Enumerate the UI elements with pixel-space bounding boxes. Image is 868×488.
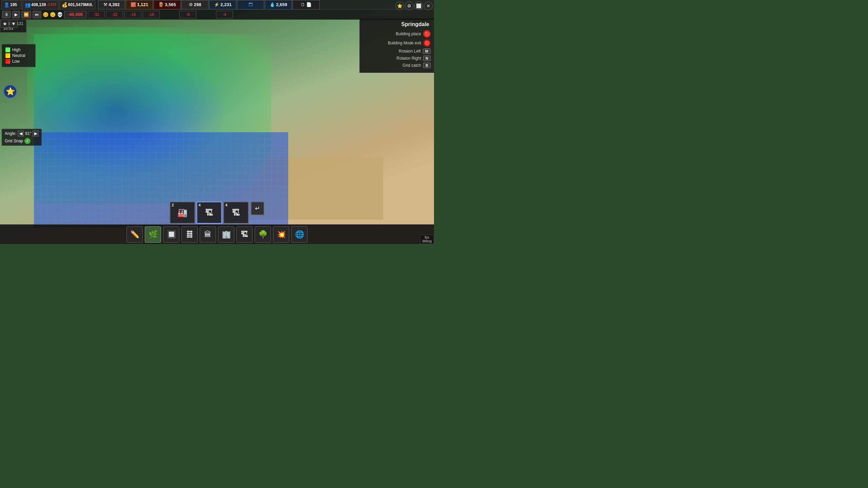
- item1-icon: 🏭: [177, 208, 188, 218]
- money-delta-display: -40,000: [64, 11, 86, 18]
- heatmap-green: [27, 27, 231, 146]
- resource3-block: 🪵 3,565: [154, 0, 181, 9]
- angle-label: Angle:: [5, 131, 16, 136]
- filter-button[interactable]: ▼: [9, 20, 18, 28]
- tool-zone[interactable]: 🔲: [163, 226, 179, 243]
- return-button[interactable]: ↵: [251, 202, 264, 215]
- tool-construct[interactable]: 🏗: [236, 226, 253, 243]
- resource3-value: 3,565: [165, 2, 176, 7]
- delta8: -4: [216, 11, 233, 18]
- carousel-item-1[interactable]: 2 🏭: [170, 202, 195, 224]
- item1-count: 2: [172, 203, 174, 207]
- item2-icon: 🏗: [205, 208, 213, 218]
- screen-control[interactable]: ⬜: [414, 1, 423, 10]
- resource1-icon: ⚒: [103, 2, 107, 7]
- top-hud: 👤 195 👥 408,139 -2,633 💰 601,5479Mill. ⚒…: [0, 0, 434, 9]
- resource4-value: 298: [194, 2, 201, 7]
- money-value: 601,5479Mill.: [68, 2, 93, 7]
- bottom-toolbar: ✏️ 🌿 🔲 🛤 🏛 🏢 🏗 🌳 💥 🌐: [0, 224, 434, 244]
- high-color: [5, 47, 10, 52]
- resource2-block: 🧱 1,121: [126, 0, 153, 9]
- resource2-value: 1,121: [137, 2, 148, 7]
- low-color: [5, 59, 10, 64]
- neutral-color: [5, 53, 10, 58]
- building-place-label: Building place: [396, 32, 421, 36]
- top-right-controls: ⭐ ⚙ ⬜ ✕: [394, 0, 434, 12]
- tool-nature[interactable]: 🌿: [145, 226, 161, 243]
- play-button[interactable]: ▶: [12, 11, 20, 18]
- rotation-left-row: Rotaion Left M: [363, 48, 431, 54]
- tool-landmark[interactable]: 🏛: [200, 226, 216, 243]
- tool-tree[interactable]: 🌳: [255, 226, 271, 243]
- key-b: B: [423, 63, 431, 68]
- tool-pencil[interactable]: ✏️: [126, 226, 143, 243]
- pause-button[interactable]: ⏸: [2, 11, 11, 18]
- angle-right-button[interactable]: ▶: [33, 130, 39, 137]
- resource6-icon: 💧: [270, 2, 275, 7]
- box3-icon: 📄: [306, 2, 312, 7]
- gridsnap-check[interactable]: ✓: [24, 138, 31, 144]
- toolbar: ★ ▼: [0, 20, 18, 28]
- workers-delta: -2,633: [46, 3, 56, 6]
- resource-icon-box: 🗋 📄: [293, 0, 320, 9]
- tool-disaster[interactable]: 💥: [273, 226, 289, 243]
- star-button[interactable]: ★: [1, 20, 9, 28]
- key-m: M: [423, 48, 431, 54]
- building-mode-exit-label: Building Mode exit: [388, 41, 421, 45]
- resource5-block: ⚡ 2,231: [209, 0, 236, 9]
- neutral-label: Neutral: [12, 53, 25, 58]
- star-control[interactable]: ⭐: [395, 1, 404, 10]
- population-stat: 👤 195: [1, 0, 22, 9]
- resource6-block: 💧 2,659: [265, 0, 292, 9]
- resource4-block: ⚙ 298: [181, 0, 209, 9]
- debug-label: debug: [422, 239, 432, 243]
- badge-icon: ⭐: [3, 85, 17, 98]
- item2-count: 4: [199, 203, 201, 207]
- delta3: -16: [124, 11, 141, 18]
- gear-control[interactable]: ⚙: [405, 1, 414, 10]
- tool-building[interactable]: 🏢: [218, 226, 234, 243]
- money-icon: 💰: [62, 2, 67, 7]
- angle-value: 91°: [25, 131, 31, 136]
- rotation-left-label: Rotaion Left: [399, 49, 421, 54]
- fast-fwd2-button[interactable]: ⏭: [33, 11, 41, 18]
- high-label: High: [12, 47, 21, 52]
- fast-forward-button[interactable]: ⏩: [21, 11, 31, 18]
- second-hud: ⏸ ▶ ⏩ ⏭ 😊 😐 💀 -40,000 -32 -32 -16 -16 0 …: [0, 9, 434, 20]
- tool-globe[interactable]: 🌐: [291, 226, 308, 243]
- low-label: Low: [12, 59, 20, 64]
- population-value: 195: [10, 2, 17, 7]
- resource1-value: 4,392: [108, 2, 120, 7]
- rotation-right-label: Rotaion Right: [396, 56, 421, 61]
- workers-stat: 👥 408,139 -2,633: [22, 0, 59, 9]
- angle-control: Angle: ◀ 91° ▶ Grid Snap ✓: [2, 129, 42, 146]
- building-place-icon: 🔴: [423, 30, 431, 38]
- neutral-icon: 😐: [50, 12, 56, 17]
- legend-neutral: Neutral: [5, 53, 32, 58]
- grid-catch-row: Grid catch B: [363, 63, 431, 68]
- carousel-item-3[interactable]: 4 🏗: [223, 202, 249, 224]
- legend-low: Low: [5, 59, 32, 64]
- resource5-icon: ⚡: [214, 2, 219, 7]
- legend-panel: High Neutral Low: [2, 44, 36, 67]
- resource5-value: 2,231: [220, 2, 232, 7]
- item3-count: 4: [225, 203, 228, 207]
- close-control[interactable]: ✕: [424, 1, 433, 10]
- delta1: -32: [88, 11, 105, 18]
- tool-road[interactable]: 🛤: [181, 226, 198, 243]
- resource1-block: ⚒ 4,392: [98, 0, 125, 9]
- gridsnap-label: Grid Snap: [5, 139, 23, 143]
- population-icon: 👤: [4, 2, 9, 7]
- city-name: Springdale: [363, 21, 431, 27]
- building-carousel: 2 🏭 4 🏗 4 🏗 ↵: [170, 202, 264, 224]
- money-stat: 💰 601,5479Mill.: [59, 0, 95, 9]
- building-mode-exit-row: Building Mode exit 🔴: [363, 39, 431, 47]
- carousel-item-2[interactable]: 4 🏗: [197, 202, 222, 224]
- rotation-right-row: Rotaion Right N: [363, 56, 431, 61]
- item3-icon: 🏗: [232, 208, 240, 218]
- building-place-row: Building place 🔴: [363, 30, 431, 38]
- workers-value: 408,139: [31, 2, 46, 7]
- delta4: -16: [143, 11, 160, 18]
- skull-icon: 💀: [57, 12, 63, 17]
- angle-left-button[interactable]: ◀: [18, 130, 24, 137]
